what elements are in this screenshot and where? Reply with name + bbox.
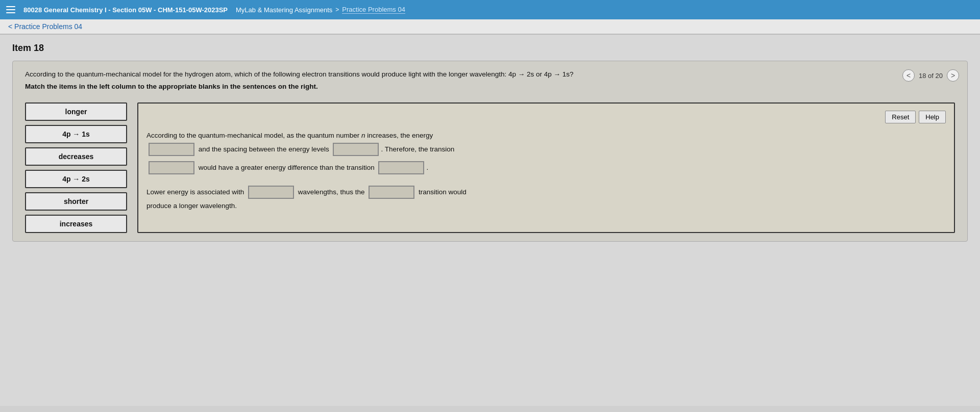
reset-button[interactable]: Reset xyxy=(885,111,916,123)
drag-item-decreases[interactable]: decreases xyxy=(25,147,127,166)
page-content: Item 18 < 18 of 20 > According to the qu… xyxy=(0,35,980,406)
prev-arrow[interactable]: < xyxy=(902,69,915,82)
right-column: Reset Help According to the quantum-mech… xyxy=(137,102,955,233)
s1-therefore: . Therefore, the transion xyxy=(381,142,454,157)
drag-item-shorter[interactable]: shorter xyxy=(25,192,127,211)
nav-count: 18 of 20 xyxy=(919,72,943,80)
s2-post: transition would xyxy=(416,185,467,200)
sentence-block-1: According to the quantum-mechanical mode… xyxy=(146,130,946,179)
next-arrow[interactable]: > xyxy=(947,69,959,82)
item-title: Item 18 xyxy=(12,43,968,54)
drop-zone-transition2[interactable] xyxy=(378,161,424,174)
left-column: longer 4p → 1s decreases 4p → 2s shorter… xyxy=(25,102,127,233)
menu-icon[interactable] xyxy=(6,6,15,13)
question-line1: According to the quantum-mechanical mode… xyxy=(25,69,955,80)
breadcrumb-sep: > xyxy=(335,6,339,13)
question-area: < 18 of 20 > According to the quantum-me… xyxy=(12,61,968,242)
secondary-header: < Practice Problems 04 xyxy=(0,19,980,35)
drag-item-4p1s[interactable]: 4p → 1s xyxy=(25,125,127,143)
s1-greater: would have a greater energy difference t… xyxy=(197,160,376,175)
question-line2: Match the items in the left column to th… xyxy=(25,82,955,92)
s2-mid: wavelengths, thus the xyxy=(296,185,366,200)
s1-pre: According to the quantum-mechanical mode… xyxy=(146,132,433,139)
course-title: 80028 General Chemistry I - Section 05W … xyxy=(23,6,228,14)
drop-zone-spacing[interactable] xyxy=(333,143,379,156)
question-line2-bold: Match the items in the left column to th… xyxy=(25,83,318,90)
s2-produce: produce a longer wavelength. xyxy=(146,202,237,210)
back-link[interactable]: < Practice Problems 04 xyxy=(8,22,82,31)
sentence-block-2: Lower energy is associated with waveleng… xyxy=(146,185,946,212)
match-area: longer 4p → 1s decreases 4p → 2s shorter… xyxy=(25,102,955,233)
drag-item-longer[interactable]: longer xyxy=(25,102,127,121)
breadcrumb: MyLab & Mastering Assignments > Practice… xyxy=(236,6,405,14)
drop-zone-energy[interactable] xyxy=(149,143,194,156)
drag-item-4p2s[interactable]: 4p → 2s xyxy=(25,170,127,188)
drag-item-increases[interactable]: increases xyxy=(25,215,127,233)
drop-zone-transition1[interactable] xyxy=(149,161,194,174)
drop-zone-wavelength-type[interactable] xyxy=(248,186,294,199)
breadcrumb-link-1[interactable]: MyLab & Mastering Assignments xyxy=(236,6,332,14)
s1-period: . xyxy=(426,160,428,175)
quantum-n: n xyxy=(361,132,365,139)
breadcrumb-current: Practice Problems 04 xyxy=(342,6,405,14)
help-button[interactable]: Help xyxy=(919,111,946,123)
s2-pre: Lower energy is associated with xyxy=(146,185,246,200)
navigation-arrows: < 18 of 20 > xyxy=(902,69,959,82)
drop-zone-transition3[interactable] xyxy=(369,186,414,199)
top-navigation: 80028 General Chemistry I - Section 05W … xyxy=(0,0,980,19)
buttons-row: Reset Help xyxy=(146,111,946,123)
s1-and: and the spacing between the energy level… xyxy=(197,142,331,157)
